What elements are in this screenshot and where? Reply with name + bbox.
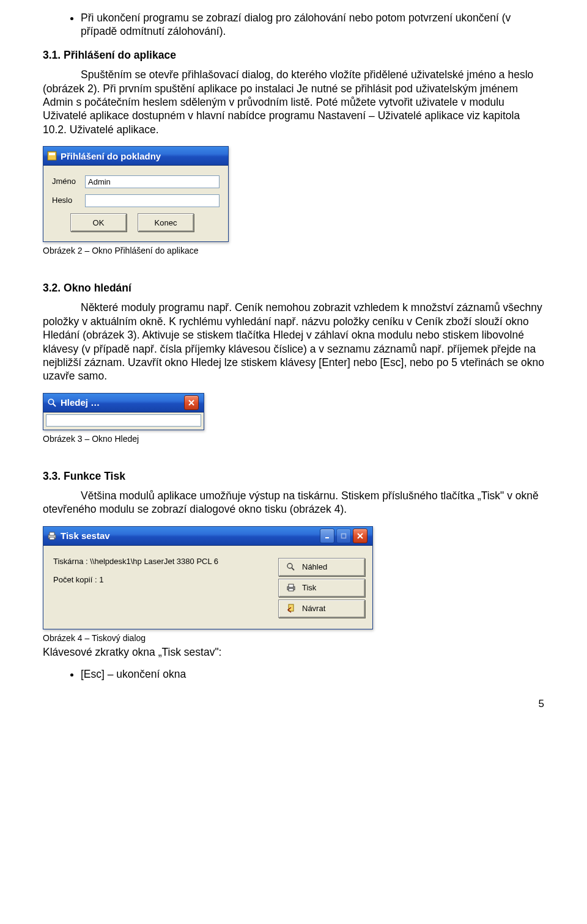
login-buttons: OK Konec bbox=[52, 213, 220, 232]
section-31-text: Spuštěním se otevře přihlašovací dialog,… bbox=[43, 68, 544, 136]
section-heading-32: 3.2. Okno hledání bbox=[43, 281, 544, 295]
preview-icon bbox=[286, 562, 296, 572]
hledej-body bbox=[43, 413, 204, 430]
tisk-body: Tiskárna : \\helpdesk1\hp LaserJet 3380 … bbox=[43, 546, 372, 629]
svg-line-14 bbox=[292, 568, 294, 570]
login-titlebar[interactable]: Přihlášení do pokladny bbox=[43, 147, 228, 166]
list-item: [Esc] – ukončení okna bbox=[81, 667, 544, 681]
svg-point-2 bbox=[48, 399, 53, 404]
tisk-titlebar[interactable]: Tisk sestav bbox=[43, 527, 372, 546]
tisk-copies-line: Počet kopií : 1 bbox=[53, 575, 278, 585]
login-row-name: Jméno bbox=[52, 175, 220, 188]
login-dialog: Přihlášení do pokladny Jméno Heslo OK Ko… bbox=[43, 146, 229, 242]
login-input-pass[interactable] bbox=[85, 194, 220, 207]
svg-line-3 bbox=[53, 403, 56, 406]
document-page: Při ukončení programu se zobrazí dialog … bbox=[0, 0, 587, 728]
tisk-buttons: Náhled Tisk Návrat bbox=[278, 558, 365, 618]
page-number: 5 bbox=[43, 697, 544, 711]
caption-obr3: Obrázek 3 – Okno Hledej bbox=[43, 434, 544, 445]
ok-button[interactable]: OK bbox=[70, 213, 127, 232]
caption-obr4: Obrázek 4 – Tiskový dialog bbox=[43, 633, 544, 644]
login-row-pass: Heslo bbox=[52, 194, 220, 207]
search-icon bbox=[47, 398, 57, 408]
shortcut-list: [Esc] – ukončení okna bbox=[43, 667, 544, 681]
hledej-dialog: Hledej … bbox=[43, 393, 204, 430]
section-heading-31: 3.1. Přihlášení do aplikace bbox=[43, 48, 544, 62]
navrat-button[interactable]: Návrat bbox=[278, 600, 365, 618]
svg-rect-7 bbox=[50, 532, 54, 535]
minimize-icon[interactable] bbox=[320, 529, 334, 543]
section-heading-33: 3.3. Funkce Tisk bbox=[43, 469, 544, 483]
return-icon bbox=[286, 604, 296, 614]
svg-rect-1 bbox=[49, 153, 55, 155]
svg-rect-17 bbox=[289, 588, 294, 591]
login-label-name: Jméno bbox=[52, 177, 80, 187]
tisk-dialog: Tisk sestav Tiskárna : \\helpdesk1\hp La… bbox=[43, 526, 373, 629]
list-item: Při ukončení programu se zobrazí dialog … bbox=[81, 11, 544, 38]
login-body: Jméno Heslo OK Konec bbox=[43, 166, 228, 241]
hledej-input[interactable] bbox=[46, 414, 201, 427]
exit-bullet-list: Při ukončení programu se zobrazí dialog … bbox=[43, 11, 544, 38]
maximize-icon bbox=[336, 529, 351, 543]
nahled-button[interactable]: Náhled bbox=[278, 558, 365, 576]
close-icon[interactable] bbox=[184, 395, 199, 410]
section-33-text: Většina modulů aplikace umožňuje výstup … bbox=[43, 489, 544, 516]
hledej-title: Hledej … bbox=[61, 397, 100, 408]
app-icon bbox=[47, 151, 57, 161]
caption-obr2: Obrázek 2 – Okno Přihlášení do aplikace bbox=[43, 246, 544, 257]
svg-rect-10 bbox=[342, 534, 346, 538]
svg-rect-16 bbox=[289, 584, 294, 587]
login-title: Přihlášení do pokladny bbox=[61, 150, 161, 162]
tisk-button[interactable]: Tisk bbox=[278, 579, 365, 597]
printer-app-icon bbox=[47, 531, 57, 541]
tisk-left: Tiskárna : \\helpdesk1\hp LaserJet 3380 … bbox=[53, 553, 278, 618]
printer-icon bbox=[286, 583, 296, 593]
konec-button[interactable]: Konec bbox=[138, 213, 194, 232]
svg-rect-8 bbox=[50, 537, 54, 540]
svg-point-13 bbox=[287, 563, 292, 568]
tisk-title: Tisk sestav bbox=[61, 530, 110, 541]
section-32-text: Některé moduly programu např. Ceník nemo… bbox=[43, 301, 544, 383]
hledej-titlebar[interactable]: Hledej … bbox=[43, 394, 204, 413]
close-icon[interactable] bbox=[353, 529, 367, 543]
aftercap-text: Klávesové zkratky okna „Tisk sestav": bbox=[43, 645, 544, 659]
login-label-pass: Heslo bbox=[52, 196, 80, 206]
login-input-name[interactable] bbox=[85, 175, 220, 188]
tisk-printer-line: Tiskárna : \\helpdesk1\hp LaserJet 3380 … bbox=[53, 557, 278, 567]
